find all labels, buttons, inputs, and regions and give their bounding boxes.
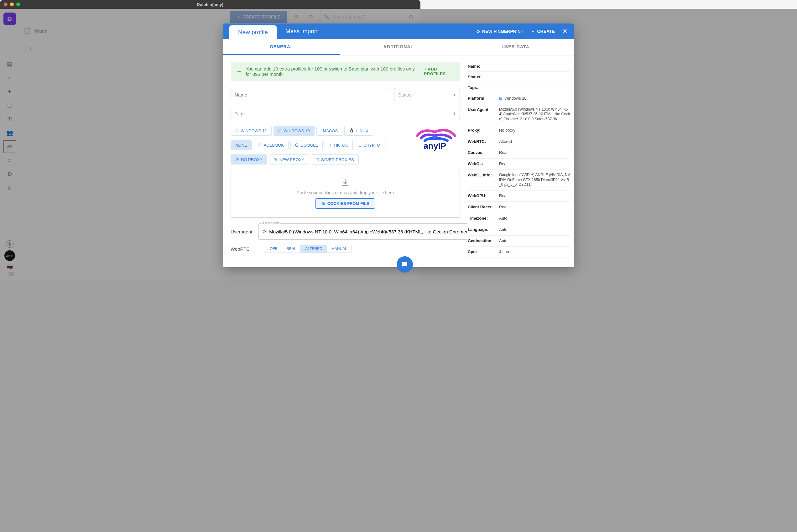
windows-icon: ⊞ [235,129,239,133]
subtab-general[interactable]: GENERAL [223,39,340,55]
chip-label: SAVED PROXIES [321,157,354,162]
webrtc-manual[interactable]: MANUAL [327,245,352,252]
facebook-icon: f [259,142,260,148]
webrtc-label: WebRTC [231,246,259,252]
chip-label: GOOGLE [300,143,318,148]
proxy-chip-no-proxy[interactable]: ⊘NO PROXY [231,154,267,165]
edit-icon: ✎ [274,157,278,162]
useragent-legend: Useragent [262,221,280,225]
modal-overlay: New profile Mass import ⟳ NEW FINGERPRIN… [0,9,420,280]
proxy-chip-new-proxy[interactable]: ✎NEW PROXY [269,154,309,165]
tab-mass-import[interactable]: Mass import [277,23,326,39]
webrtc-altered[interactable]: ALTERED [301,245,327,252]
site-chip-tiktok[interactable]: ♪TIKTOK [325,140,353,150]
os-chip-macos[interactable]: MACOS [317,126,343,136]
chip-label: NEW PROXY [280,157,304,162]
cookie-hint: Paste your cookies or drag and drop your… [297,190,394,195]
new-profile-modal: New profile Mass import ⟳ NEW FINGERPRIN… [223,23,420,267]
chip-label: TIKTOK [333,143,348,148]
useragent-label: Useragent [231,229,252,234]
download-icon [341,178,349,187]
window-maximize-icon[interactable] [16,2,20,6]
titlebar: Dolphin{anty} [0,0,420,9]
site-chip-crypto[interactable]: ₿CRYPTO [355,140,385,150]
status-select[interactable]: Status ▾ [394,88,420,101]
os-chip-windows10[interactable]: ⊞WINDOWS 10 [273,126,315,136]
site-chip-none[interactable]: NONE [231,140,252,150]
bitcoin-icon: ₿ [359,142,362,148]
tiktok-icon: ♪ [329,142,331,148]
status-placeholder: Status [398,92,412,97]
anyip-logo: anyIP [410,126,420,151]
site-chip-facebook[interactable]: fFACEBOOK [254,140,288,150]
cookie-btn-label: COOKIES FROM FILE [327,201,369,206]
tags-select[interactable]: Tags ▾ [231,107,420,120]
chat-bubble-button[interactable] [397,256,413,272]
site-chip-google[interactable]: GGOOGLE [290,140,323,150]
tags-placeholder: Tags [235,111,245,116]
useragent-field[interactable]: Useragent ⟳ Mozilla/5.0 (Windows NT 10.0… [259,223,420,240]
chip-label: CRYPTO [363,143,380,148]
useragent-value[interactable]: Mozilla/5.0 (Windows NT 10.0; Win64; x64… [269,229,420,234]
chip-label: WINDOWS 11 [241,129,267,133]
window-close-icon[interactable] [4,2,7,6]
name-input[interactable] [231,88,390,101]
bookmark-icon: ◻ [316,157,319,162]
ban-icon: ⊘ [235,157,239,162]
chip-label: FACEBOOK [261,143,284,148]
webrtc-segment: OFF REAL ALTERED MANUAL [265,245,352,253]
chip-label: NO PROXY [241,157,263,162]
webrtc-real[interactable]: REAL [282,245,301,252]
window-title: Dolphin{anty} [197,2,223,7]
os-chip-windows11[interactable]: ⊞WINDOWS 11 [231,126,272,136]
chip-label: LINUX [356,129,368,133]
os-chip-linux[interactable]: 🐧LINUX [344,126,373,136]
cookies-from-file-button[interactable]: 🗎 COOKIES FROM FILE [316,198,375,209]
tab-new-profile[interactable]: New profile [229,25,277,39]
webrtc-off[interactable]: OFF [265,245,282,252]
plus-icon: ＋ [236,68,242,75]
windows-icon: ⊞ [278,129,282,133]
banner-text: You can add 10 extra profiles for 10$ or… [246,66,420,77]
google-icon: G [295,142,299,148]
linux-icon: 🐧 [349,128,354,133]
subtab-additional[interactable]: ADDITIONAL [340,39,420,55]
chip-label: WINDOWS 10 [284,129,310,133]
refresh-icon[interactable]: ⟳ [263,229,267,235]
window-minimize-icon[interactable] [10,2,14,6]
proxy-chip-saved-proxies[interactable]: ◻SAVED PROXIES [311,154,359,165]
file-icon: 🗎 [321,201,325,206]
cookie-dropzone[interactable]: Paste your cookies or drag and drop your… [231,169,420,218]
chip-label: MACOS [323,129,338,133]
upgrade-banner: ＋ You can add 10 extra profiles for 10$ … [231,62,420,81]
